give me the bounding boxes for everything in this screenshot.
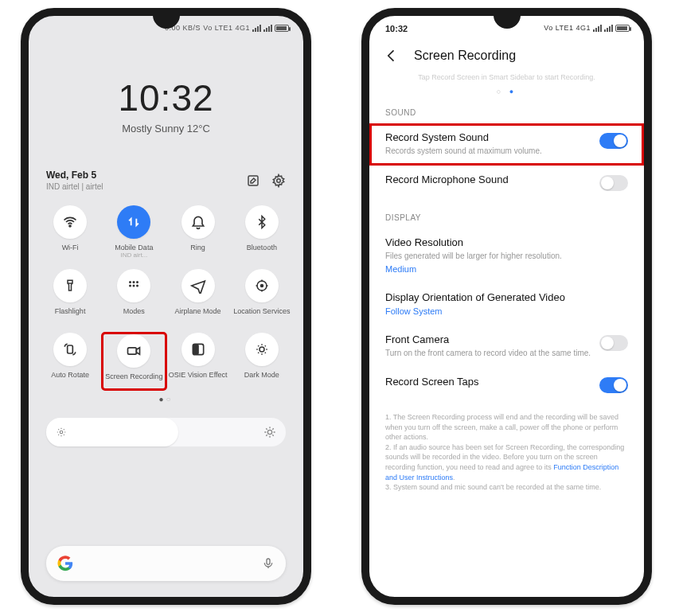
qs-label: Bluetooth — [247, 244, 277, 259]
page-title: Screen Recording — [414, 49, 516, 63]
toggle-mic-sound[interactable] — [599, 175, 628, 191]
row-record-taps[interactable]: Record Screen Taps — [369, 368, 644, 403]
row-title: Video Resolution — [385, 236, 628, 248]
qs-tile-bell[interactable]: Ring — [166, 205, 230, 259]
qs-label: Flashlight — [55, 307, 86, 323]
qs-tile-record[interactable]: Screen Recording — [102, 333, 166, 390]
row-front-camera[interactable]: Front Camera Turn on the front camera to… — [369, 326, 644, 368]
signal-icon-2 — [263, 25, 272, 32]
qs-tile-wifi[interactable]: Wi-Fi — [38, 205, 102, 259]
svg-point-8 — [133, 285, 135, 287]
svg-point-4 — [129, 281, 131, 283]
battery-icon — [275, 25, 289, 32]
row-record-mic-sound[interactable]: Record Microphone Sound — [369, 166, 644, 201]
qs-tile-airplane[interactable]: Airplane Mode — [166, 269, 230, 323]
signal-icon — [252, 25, 261, 32]
date-text: Wed, Feb 5 — [46, 170, 103, 181]
search-bar[interactable] — [46, 546, 286, 581]
row-record-system-sound[interactable]: Record System Sound Records system sound… — [369, 123, 644, 166]
svg-point-16 — [259, 347, 264, 352]
qs-label: Auto Rotate — [51, 371, 89, 387]
edit-icon[interactable] — [246, 173, 260, 188]
page-header: Screen Recording — [369, 40, 644, 72]
qs-tile-data[interactable]: Mobile DataIND airt... — [102, 205, 166, 259]
brightness-low-icon — [56, 427, 67, 438]
qs-tile-bluetooth[interactable]: Bluetooth — [230, 205, 294, 259]
svg-point-18 — [267, 430, 271, 434]
row-value-link: Medium — [385, 264, 628, 274]
qs-tile-osie[interactable]: OSIE Vision Effect — [166, 333, 230, 390]
row-orientation[interactable]: Display Orientation of Generated Video F… — [369, 283, 644, 326]
date-block: Wed, Feb 5 IND airtel | airtel — [46, 170, 103, 191]
weather-text: Mostly Sunny 12°C — [29, 123, 303, 135]
toggle-record-taps[interactable] — [599, 377, 628, 393]
qs-label: Airplane Mode — [175, 307, 221, 323]
phone-right: 10:32 Vo LTE1 4G1 Screen Recording Tap R… — [361, 8, 652, 605]
svg-point-2 — [69, 225, 71, 227]
qs-label: Mobile DataIND airt... — [115, 244, 153, 259]
faded-hint: Tap Record Screen in Smart Sidebar to st… — [369, 72, 644, 88]
volte-indicator: Vo LTE1 — [544, 24, 573, 32]
panel-actions — [246, 173, 286, 188]
svg-point-5 — [133, 281, 135, 283]
toggle-system-sound[interactable] — [599, 133, 628, 149]
dark-icon — [245, 333, 279, 366]
qs-tile-rotate[interactable]: Auto Rotate — [38, 333, 102, 390]
brightness-slider[interactable] — [46, 418, 286, 446]
qs-label: Modes — [123, 307, 145, 323]
row-title: Front Camera — [385, 333, 599, 345]
svg-point-6 — [136, 281, 139, 283]
toggle-front-camera[interactable] — [599, 335, 628, 351]
volte-indicator: Vo LTE1 — [203, 24, 232, 32]
flashlight-icon — [53, 269, 87, 302]
qs-tile-dark[interactable]: Dark Mode — [230, 333, 294, 390]
row-video-resolution[interactable]: Video Resolution Files generated will be… — [369, 228, 644, 283]
mic-icon[interactable] — [262, 557, 275, 570]
location-icon — [245, 269, 279, 302]
svg-rect-15 — [193, 344, 199, 354]
row-title: Record Screen Taps — [385, 376, 599, 388]
qs-label: Ring — [190, 244, 205, 259]
quick-settings-grid: Wi-FiMobile DataIND airt...RingBluetooth… — [29, 194, 303, 393]
settings-icon[interactable] — [271, 173, 286, 188]
back-icon[interactable] — [384, 48, 400, 64]
svg-point-9 — [136, 285, 139, 287]
carrier-text: IND airtel | airtel — [46, 182, 103, 191]
status-bar: 0.00 KB/S Vo LTE1 4G1 — [165, 24, 289, 32]
footnote-2: 2. If an audio source has been set for S… — [385, 443, 628, 482]
record-icon — [117, 334, 150, 368]
svg-point-11 — [260, 285, 263, 287]
svg-rect-19 — [267, 559, 270, 564]
notch — [494, 14, 521, 29]
signal-icon-2 — [604, 25, 613, 32]
lock-clock: 10:32 Mostly Sunny 12°C — [29, 76, 303, 135]
row-subtitle: Records system sound at maximum volume. — [385, 146, 599, 156]
footnote-1: 1. The Screen Recording process will end… — [385, 412, 628, 443]
svg-rect-3 — [68, 280, 72, 283]
row-subtitle: Turn on the front camera to record video… — [385, 348, 599, 358]
section-display: DISPLAY — [369, 201, 644, 228]
qs-label: Wi-Fi — [62, 244, 79, 259]
airplane-icon — [181, 269, 215, 302]
row-subtitle: Files generated will be larger for highe… — [385, 251, 628, 261]
qs-tile-modes[interactable]: Modes — [102, 269, 166, 323]
qs-label: Dark Mode — [244, 371, 279, 387]
row-title: Display Orientation of Generated Video — [385, 291, 628, 303]
row-title: Record Microphone Sound — [385, 173, 599, 185]
modes-icon — [117, 269, 150, 302]
svg-rect-12 — [68, 345, 73, 353]
qs-label: Screen Recording — [105, 372, 162, 388]
bell-icon — [181, 205, 215, 239]
row-title: Record System Sound — [385, 131, 599, 143]
section-sound: SOUND — [369, 96, 644, 123]
osie-icon — [181, 333, 215, 366]
network-indicator: 4G1 — [235, 24, 250, 32]
qs-label: OSIE Vision Effect — [169, 371, 228, 387]
status-bar: Vo LTE1 4G1 — [544, 24, 630, 32]
qs-label: Location Services — [233, 307, 290, 323]
network-indicator: 4G1 — [576, 24, 591, 32]
svg-rect-0 — [248, 176, 258, 185]
qs-tile-location[interactable]: Location Services — [230, 269, 294, 323]
phone-left: 0.00 KB/S Vo LTE1 4G1 10:32 Mostly Sunny… — [21, 8, 311, 605]
qs-tile-flashlight[interactable]: Flashlight — [38, 269, 102, 323]
